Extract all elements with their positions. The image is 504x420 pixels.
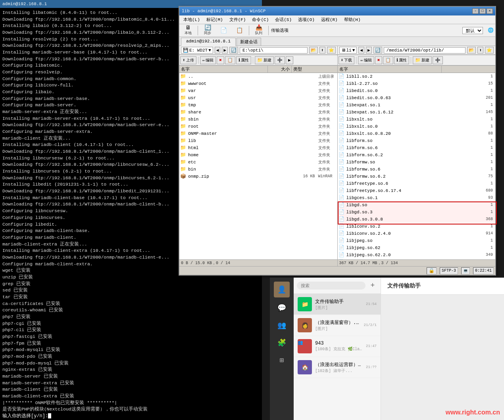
right-path-input[interactable]: /media/WT2000/opt/lib/ — [384, 47, 466, 54]
left-col-type[interactable]: 类型 — [292, 66, 337, 73]
right-file-row[interactable]: 📄 libgd.so.3 1 — [338, 209, 496, 216]
right-nav-forward[interactable]: ▶ — [366, 47, 372, 54]
menu-local[interactable]: 本地(L) — [180, 16, 203, 23]
left-file-row[interactable]: 📁 root 文件夹 — [179, 123, 337, 130]
left-upload-btn[interactable]: ⬆ 上传 — [180, 56, 196, 64]
left-file-row[interactable]: 📁 sbin 文件夹 — [179, 116, 337, 123]
toolbar-sync-btn[interactable]: 🔄 同步 — [200, 24, 215, 36]
right-file-row[interactable]: 📄 libjpeg.so 1 — [338, 237, 496, 244]
toolbar-copy-btn[interactable]: 📄 — [216, 27, 231, 34]
left-file-row[interactable]: 📦 onmp.zip 16 KB WinRAR — [179, 173, 337, 180]
toolbar-local-btn[interactable]: 🖥 本地 — [181, 24, 195, 36]
menu-remote[interactable]: 远程(R) — [318, 16, 341, 23]
right-nav-back[interactable]: ◀ — [358, 47, 364, 54]
left-file-row[interactable]: 📁 lib 文件夹 — [179, 137, 337, 144]
left-run-btn[interactable]: ▶ — [286, 56, 293, 64]
left-nav-refresh[interactable]: 🔃 — [229, 47, 238, 54]
chat-item-943[interactable]: 👥 943 [100条] 克拉克 🌿Clark... 21:47 — [294, 336, 381, 357]
left-file-row[interactable]: 📁 html 文件夹 — [179, 144, 337, 152]
toolbar-paste-btn[interactable]: 📋 — [232, 27, 246, 34]
left-col-size[interactable]: 大小 — [268, 66, 292, 73]
left-file-row[interactable]: 📁 .. 上级目录 — [179, 73, 337, 80]
left-col-name[interactable]: 名字 — [179, 66, 268, 73]
nav-contacts-icon[interactable]: 👥 — [275, 318, 289, 332]
left-nav-forward[interactable]: ▶ — [222, 47, 228, 54]
maximize-button[interactable]: □ — [479, 8, 486, 14]
left-bookmark[interactable]: ⭐ — [327, 47, 336, 54]
right-file-row[interactable]: 📄 libxslt.so.0.8.20 88 — [338, 130, 496, 137]
right-nav-refresh[interactable]: 🔃 — [373, 47, 382, 54]
terminal-input-line[interactable]: 输入你的选择[y/n]: — [0, 412, 262, 420]
left-delete-btn[interactable]: ✖ — [217, 56, 224, 64]
left-path-input[interactable]: E:\opti\ — [240, 47, 308, 54]
left-file-row[interactable]: 📁 tmp 文件夹 — [179, 102, 337, 109]
left-file-row[interactable]: 📁 ONMP-master 文件夹 — [179, 130, 337, 137]
right-open-terminal[interactable]: 📂 — [467, 47, 476, 54]
menu-command[interactable]: 命令(C) — [249, 16, 272, 23]
right-file-row[interactable]: 📄 libedit.so.0.0.63 201 — [338, 94, 496, 102]
right-edit-btn[interactable]: ✏ 编辑 — [358, 56, 374, 64]
nav-chats-icon[interactable]: 💬 — [275, 301, 289, 315]
chat-item-curtain[interactable]: 👩 （浪漫满屋窗帘）... [图片] 21/2/1 — [294, 315, 381, 336]
right-file-row[interactable]: 📄 libxslt.so.0 1 — [338, 123, 496, 130]
menu-options[interactable]: 选项(O) — [295, 16, 318, 23]
right-file-row[interactable]: 📄 libformw.so 1 — [338, 159, 496, 166]
right-col-size[interactable] — [442, 66, 495, 73]
left-nav-back[interactable]: ◀ — [215, 47, 221, 54]
left-file-row[interactable]: 📁 usr 文件夹 — [179, 94, 337, 102]
tab-session-1[interactable]: admin@192.168.8.1 — [181, 38, 236, 46]
tab-new-session[interactable]: 新建会话 — [237, 38, 261, 46]
left-file-row[interactable]: 📁 share 文件夹 — [179, 109, 337, 116]
right-file-row[interactable]: 📄 libgd.so.3.0.8 368 — [338, 216, 496, 223]
right-delete-btn[interactable]: ✖ — [375, 56, 383, 64]
right-drive-selector[interactable]: 🖥 li ▼ — [339, 47, 357, 54]
wechat-search-input[interactable] — [297, 282, 365, 290]
chat-item-rental[interactable]: 🏠 （浪漫出租运营群）... [102条] 淑华子... 21:?? — [294, 357, 381, 378]
right-props-btn[interactable]: ℹ 属性 — [394, 56, 409, 64]
right-file-row[interactable]: 📄 libfreetype.so.6 1 — [338, 180, 496, 187]
menu-mark[interactable]: 标记(M) — [203, 16, 226, 23]
right-file-row[interactable]: 📄 libform.so 1 — [338, 137, 496, 144]
right-file-row[interactable]: 📄 libjpeg.so.62 1 — [338, 244, 496, 251]
left-copy-btn[interactable]: 📋 — [225, 56, 235, 64]
left-edit-btn[interactable]: ✏ 编辑 — [200, 56, 216, 64]
left-file-row[interactable]: 📁 bin 文件夹 — [179, 166, 337, 173]
nav-discover-icon[interactable]: 🧩 — [275, 336, 289, 350]
right-file-row[interactable]: 📄 libiconv.so.2.4.0 914 — [338, 230, 496, 237]
left-open-explorer[interactable]: 📂 — [309, 47, 318, 54]
left-nav-up[interactable]: ⬆ — [319, 47, 325, 54]
chat-item-file-helper[interactable]: 📁 文件传输助手 [图片] 21:54 — [294, 294, 381, 315]
right-copy-btn[interactable]: 📋 — [383, 56, 393, 64]
right-new-btn[interactable]: 📁 新建 — [413, 56, 432, 64]
left-file-row[interactable]: 📁 etc 文件夹 — [179, 159, 337, 166]
left-drive-selector[interactable]: 💾 E: WD2T ▼ — [181, 47, 213, 54]
right-bookmark[interactable]: ⭐ — [485, 47, 494, 54]
user-avatar[interactable]: 👤 — [274, 282, 290, 297]
right-file-row[interactable]: 📄 libxslt.so 1 — [338, 116, 496, 123]
right-file-row[interactable]: 📄 libexpat.so.1.6.12 145 — [338, 109, 496, 116]
wechat-add-button[interactable]: + — [368, 281, 377, 290]
left-file-row[interactable]: 📁 var 文件夹 — [179, 87, 337, 94]
menu-file[interactable]: 文件(F) — [226, 16, 249, 23]
right-nav-up[interactable]: ⬆ — [477, 47, 483, 54]
left-new-btn[interactable]: 📁 新建 — [255, 56, 274, 64]
right-file-row[interactable]: 📄 libform.so.6.2 1 — [338, 152, 496, 159]
left-file-row[interactable]: 📁 wwwroot 文件夹 — [179, 80, 337, 87]
left-props-btn[interactable]: ℹ 属性 — [236, 56, 251, 64]
nav-mini-icon[interactable]: ⊞ — [275, 353, 289, 367]
left-add-btn[interactable]: ➕ — [275, 56, 285, 64]
right-file-row[interactable]: 📄 libll.so.2 1 — [338, 73, 496, 80]
close-button[interactable]: × — [487, 8, 493, 14]
menu-session[interactable]: 会话(S) — [272, 16, 295, 23]
right-download-btn[interactable]: ⬇ 下载 — [339, 56, 355, 64]
right-file-row[interactable]: 📄 libfreetype.so.6.17.4 680 — [338, 187, 496, 194]
toolbar-queue-btn[interactable]: 📥 队列 — [252, 24, 266, 36]
right-col-name[interactable]: 名字 — [338, 66, 442, 73]
right-file-row[interactable]: 📄 libexpat.so.1 1 — [338, 102, 496, 109]
right-file-row[interactable]: 📄 libgces.so.1 93 — [338, 194, 496, 201]
right-file-list[interactable]: 📄 libll.so.2 1 📄 libl-2.27.so 15 📄 libed… — [338, 73, 496, 259]
right-file-row[interactable]: 📄 libform.so.6 1 — [338, 144, 496, 152]
left-file-row[interactable]: 📁 home 文件夹 — [179, 152, 337, 159]
minimize-button[interactable]: - — [472, 8, 479, 14]
transport-select[interactable]: 默认 — [462, 27, 483, 34]
